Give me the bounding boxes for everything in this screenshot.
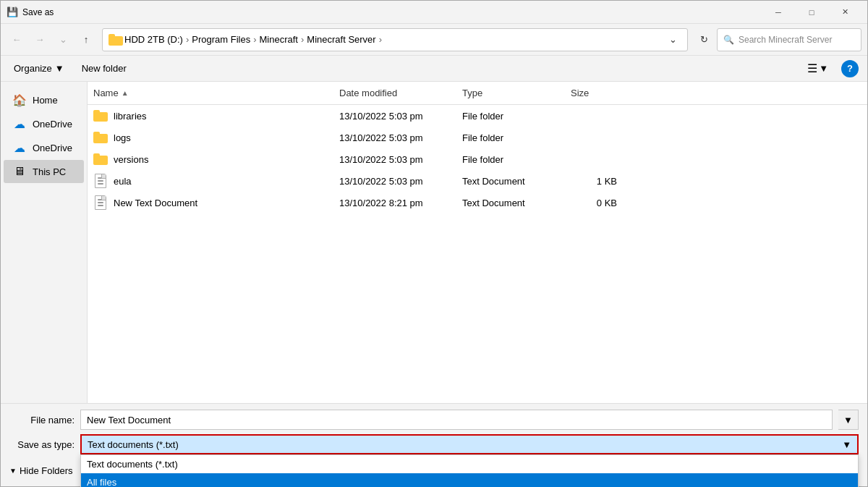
sidebar-item-home[interactable]: 🏠 Home [4, 88, 84, 111]
up-button[interactable]: ↑ [76, 30, 96, 50]
file-size: 1 KB [565, 174, 623, 189]
file-size [565, 135, 623, 140]
title-bar: 💾 Save as ─ □ ✕ [1, 1, 867, 24]
column-size-header[interactable]: Size [565, 85, 623, 101]
file-list-container: Name ▲ Date modified Type Size libraries [88, 82, 867, 403]
action-bar: Organize ▼ New folder ☰ ▼ ? [1, 56, 867, 82]
filetype-wrapper: Text documents (*.txt) ▼ Text documents … [80, 434, 859, 454]
organize-label: Organize [14, 63, 52, 74]
search-box[interactable]: 🔍 Search Minecraft Server [717, 28, 861, 51]
file-date: 13/10/2022 5:03 pm [333, 109, 456, 124]
view-button[interactable]: ☰ ▼ [803, 59, 833, 78]
help-button[interactable]: ? [841, 60, 859, 77]
filetype-select[interactable]: Text documents (*.txt) ▼ [80, 434, 859, 454]
file-type-text: File folder [456, 109, 565, 124]
address-dropdown-button[interactable]: ⌄ [664, 31, 681, 48]
file-size [565, 157, 623, 161]
file-name-cell: logs [88, 128, 333, 147]
sidebar-item-onedrive1-label: OneDrive [33, 119, 72, 130]
window-icon: 💾 [7, 7, 18, 18]
column-name-header[interactable]: Name ▲ [88, 85, 333, 101]
sidebar: 🏠 Home ☁ OneDrive ☁ OneDrive 🖥 This PC [1, 82, 88, 403]
view-icon: ☰ [807, 62, 817, 75]
filename-input[interactable] [80, 410, 833, 430]
file-type-icon [93, 130, 108, 145]
window-title: Save as [22, 7, 762, 17]
table-row[interactable]: versions 13/10/2022 5:03 pm File folder [88, 148, 867, 170]
file-date: 13/10/2022 5:03 pm [333, 130, 456, 145]
address-part-4: Minecraft Server [307, 34, 375, 45]
hide-folders-chevron-icon: ▼ [9, 467, 17, 475]
back-button[interactable]: ← [7, 30, 27, 50]
file-name: eula [114, 176, 132, 187]
hide-folders-label: Hide Folders [20, 465, 73, 476]
forward-icon: → [35, 34, 45, 45]
onedrive-icon-2: ☁ [12, 140, 27, 155]
sidebar-item-onedrive2-label: OneDrive [33, 143, 72, 153]
file-type-icon [93, 174, 108, 188]
sidebar-item-thispc-label: This PC [33, 166, 66, 177]
column-date-header[interactable]: Date modified [333, 85, 456, 101]
sidebar-item-onedrive2[interactable]: ☁ OneDrive [4, 136, 84, 159]
file-date: 13/10/2022 8:21 pm [333, 195, 456, 211]
filetype-dropdown: Text documents (*.txt) All files [80, 454, 859, 487]
navigation-toolbar: ← → ⌄ ↑ HDD 2TB (D:) › Program Files › M… [1, 24, 867, 56]
back-icon: ← [12, 34, 22, 45]
filename-dropdown-button[interactable]: ▼ [838, 410, 859, 430]
file-type-icon [93, 109, 108, 123]
file-type-icon [93, 152, 108, 166]
address-part-3: Minecraft [260, 34, 298, 45]
sidebar-item-home-label: Home [33, 95, 58, 106]
minimize-button[interactable]: ─ [762, 1, 795, 24]
table-row[interactable]: libraries 13/10/2022 5:03 pm File folder [88, 105, 867, 127]
table-row[interactable]: New Text Document 13/10/2022 8:21 pm Tex… [88, 192, 867, 213]
filetype-row: Save as type: Text documents (*.txt) ▼ T… [9, 434, 859, 454]
file-size: 0 KB [565, 195, 623, 211]
search-placeholder: Search Minecraft Server [739, 35, 832, 45]
address-bar[interactable]: HDD 2TB (D:) › Program Files › Minecraft… [102, 28, 688, 51]
bottom-panel: File name: ▼ Save as type: Text document… [1, 403, 867, 486]
close-button[interactable]: ✕ [828, 1, 861, 24]
organize-button[interactable]: Organize ▼ [9, 60, 69, 77]
file-name: versions [114, 154, 148, 165]
folder-icon [93, 110, 108, 122]
refresh-button[interactable]: ↻ [694, 30, 714, 50]
computer-icon: 🖥 [12, 164, 27, 179]
chevron-down-icon: ⌄ [59, 34, 67, 45]
sidebar-item-onedrive1[interactable]: ☁ OneDrive [4, 112, 84, 135]
onedrive-icon-1: ☁ [12, 117, 27, 131]
filetype-option-txt-label: Text documents (*.txt) [87, 459, 178, 470]
filetype-label: Save as type: [9, 439, 75, 450]
file-name: New Text Document [114, 198, 197, 208]
file-type-text: Text Document [456, 195, 565, 211]
file-date: 13/10/2022 5:03 pm [333, 174, 456, 189]
file-name-cell: eula [88, 171, 333, 190]
help-icon: ? [847, 63, 853, 74]
new-folder-label: New folder [82, 63, 127, 74]
up-icon: ↑ [84, 34, 89, 45]
search-icon: 🔍 [723, 35, 734, 45]
address-folder-icon [109, 34, 120, 46]
filetype-option-all-label: All files [87, 477, 116, 487]
txt-icon [95, 195, 106, 210]
column-type-header[interactable]: Type [456, 85, 565, 101]
file-rows: libraries 13/10/2022 5:03 pm File folder… [88, 105, 867, 213]
file-date: 13/10/2022 5:03 pm [333, 152, 456, 167]
table-row[interactable]: logs 13/10/2022 5:03 pm File folder [88, 127, 867, 148]
forward-button[interactable]: → [30, 30, 50, 50]
filetype-option-txt[interactable]: Text documents (*.txt) [81, 455, 858, 473]
file-name-cell: libraries [88, 106, 333, 125]
new-folder-button[interactable]: New folder [77, 60, 131, 77]
filetype-option-all[interactable]: All files [81, 473, 858, 487]
folder-icon [93, 132, 108, 143]
sidebar-item-thispc[interactable]: 🖥 This PC [4, 160, 84, 183]
window-controls: ─ □ ✕ [762, 1, 861, 24]
hide-folders-button[interactable]: ▼ Hide Folders [9, 465, 73, 476]
table-row[interactable]: eula 13/10/2022 5:03 pm Text Document 1 … [88, 170, 867, 192]
recent-locations-button[interactable]: ⌄ [53, 30, 73, 50]
save-dialog: 💾 Save as ─ □ ✕ ← → ⌄ ↑ HDD 2TB (D:) › [0, 0, 868, 487]
maximize-button[interactable]: □ [795, 1, 828, 24]
file-type-text: File folder [456, 130, 565, 145]
file-type-icon [93, 195, 108, 210]
folder-icon [93, 153, 108, 165]
